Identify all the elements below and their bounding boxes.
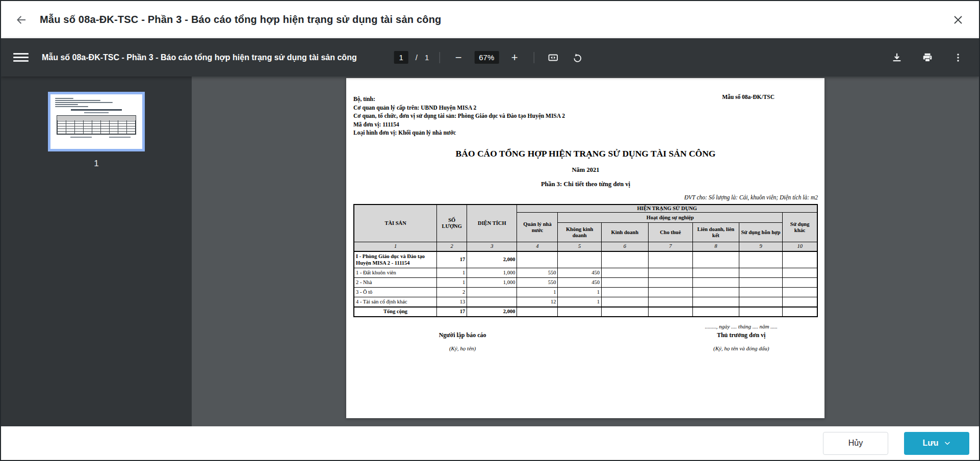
menu-button[interactable] (13, 50, 29, 65)
fit-width-icon (547, 52, 558, 63)
col-header-cho-thue: Cho thuê (648, 223, 692, 242)
zoom-level[interactable]: 67% (474, 51, 499, 64)
modal-title: Mẫu số 08a-ĐK-TSC - Phần 3 - Báo cáo tổn… (40, 14, 442, 25)
col-header-khong-kinh-doanh: Không kinh doanh (558, 223, 601, 242)
table-row: I - Phòng Giáo dục và Đào tạo Huyện MISA… (354, 251, 817, 268)
print-button[interactable] (919, 49, 936, 66)
toolbar-actions (888, 49, 967, 66)
page-thumbnail[interactable] (48, 92, 145, 151)
modal-header: Mẫu số 08a-ĐK-TSC - Phần 3 - Báo cáo tổn… (1, 1, 979, 38)
fit-page-button[interactable] (544, 49, 561, 66)
page-total: 1 (425, 53, 429, 62)
vertical-dots-icon (952, 52, 964, 63)
rotate-button[interactable] (569, 49, 586, 66)
signature-right-subtitle: (Ký, họ tên và đóng dấu) (664, 345, 818, 351)
chevron-down-icon (944, 440, 951, 447)
thumbnail-page-preview (55, 98, 138, 138)
doc-header-line: Mã đơn vị: 111154 (353, 120, 818, 129)
table-row: 1 - Đất khuôn viên 11,000 550450 (354, 268, 817, 278)
report-preview-modal: Mẫu số 08a-ĐK-TSC - Phần 3 - Báo cáo tổn… (0, 0, 980, 461)
close-button[interactable] (949, 11, 967, 29)
col-header-quan-ly-nha-nuoc: Quản lý nhà nước (517, 213, 558, 242)
page-separator: / (416, 53, 418, 62)
table-row: 2 - Nhà 11,000 550450 (354, 278, 817, 288)
save-button-label: Lưu (922, 439, 938, 448)
rotate-counterclockwise-icon (572, 52, 583, 63)
toolbar-divider (439, 52, 440, 63)
toolbar-page-controls: 1 / 1 − 67% + (394, 49, 586, 66)
signature-right-title: Thủ trưởng đơn vị (664, 331, 818, 339)
more-options-button[interactable] (949, 49, 967, 66)
print-icon (922, 52, 933, 63)
signature-left-title: Người lập báo cáo (353, 331, 572, 339)
col-header-tai-san: TÀI SẢN (354, 204, 437, 242)
col-header-hien-trang: HIỆN TRẠNG SỬ DỤNG (517, 204, 817, 213)
thumbnail-sidebar: 1 (1, 76, 192, 426)
table-row: 3 - Ô tô 2 11 (354, 288, 817, 297)
zoom-out-button[interactable]: − (450, 49, 467, 66)
page-number-input[interactable]: 1 (394, 51, 408, 64)
doc-header-line: Cơ quan quản lý cấp trên: UBND Huyện MIS… (353, 104, 818, 112)
report-title: BÁO CÁO TỔNG HỢP HIỆN TRẠNG SỬ DỤNG TÀI … (353, 148, 818, 159)
table-total-row: Tổng cộng 172,000 (354, 307, 817, 317)
pdf-viewer-area[interactable]: Mẫu số 08a-ĐK/TSC Bộ, tỉnh: Cơ quan quản… (192, 76, 979, 426)
signature-date-line: ........, ngày .... tháng .... năm ..... (664, 323, 818, 329)
toolbar-divider (533, 52, 534, 63)
col-header-lien-doanh: Liên doanh, liên kết (692, 223, 739, 242)
signature-section: ........, ngày .... tháng .... năm .....… (353, 323, 818, 369)
modal-footer: Hủy Lưu (1, 426, 979, 460)
back-arrow-icon (15, 14, 28, 26)
doc-header-line: Loại hình đơn vị: Khối quản lý nhà nước (353, 129, 818, 137)
pdf-toolbar: Mẫu số 08a-ĐK-TSC - Phần 3 - Báo cáo tổn… (1, 38, 979, 76)
pdf-page: Mẫu số 08a-ĐK/TSC Bộ, tỉnh: Cơ quan quản… (346, 78, 824, 418)
column-number-row: 12 34 56 78 910 (354, 242, 817, 251)
close-icon (952, 14, 964, 26)
table-row: 4 - Tài sản cố định khác 13 121 (354, 297, 817, 307)
hamburger-icon (13, 53, 29, 55)
download-button[interactable] (888, 49, 906, 66)
form-code: Mẫu số 08a-ĐK/TSC (722, 94, 775, 100)
col-header-hoat-dong-su-nghiep: Hoạt động sự nghiệp (558, 213, 783, 223)
viewer-content: 1 Mẫu số 08a-ĐK/TSC Bộ, tỉnh: Cơ quan qu… (1, 76, 979, 426)
thumbnail-page-number: 1 (94, 159, 98, 169)
pdf-document-title: Mẫu số 08a-ĐK-TSC - Phần 3 - Báo cáo tổn… (42, 53, 357, 62)
col-header-so-luong: SỐ LƯỢNG (437, 204, 467, 242)
doc-header-line: Cơ quan, tổ chức, đơn vị sử dụng tài sản… (353, 112, 818, 120)
report-year: Năm 2021 (353, 166, 818, 174)
col-header-kinh-doanh: Kinh doanh (601, 223, 648, 242)
col-header-su-dung-hon-hop: Sử dụng hỗn hợp (739, 223, 782, 242)
signature-left-subtitle: (Ký, họ tên) (353, 345, 572, 351)
report-part: Phần 3: Chi tiết theo từng đơn vị (353, 181, 818, 188)
back-button[interactable] (13, 12, 30, 28)
col-header-dien-tich: DIỆN TÍCH (467, 204, 517, 242)
cancel-button[interactable]: Hủy (823, 432, 888, 455)
report-table: TÀI SẢN SỐ LƯỢNG DIỆN TÍCH HIỆN TRẠNG SỬ… (353, 204, 818, 317)
download-icon (891, 52, 902, 63)
save-button[interactable]: Lưu (904, 432, 969, 455)
zoom-in-button[interactable]: + (506, 49, 523, 66)
col-header-su-dung-khac: Sử dụng khác (783, 213, 817, 242)
unit-note: ĐVT cho: Số lượng là: Cái, khuôn viên; D… (353, 194, 818, 200)
